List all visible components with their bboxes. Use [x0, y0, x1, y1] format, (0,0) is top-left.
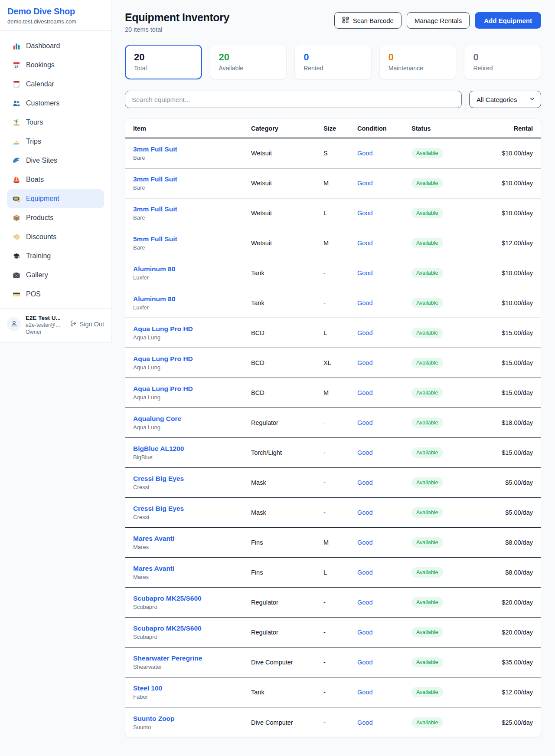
item-name-link[interactable]: 3mm Full Suit	[133, 145, 177, 153]
sidebar-item-label: Training	[26, 252, 51, 260]
item-name-link[interactable]: Aluminum 80	[133, 265, 175, 273]
item-condition-link[interactable]: Good	[357, 539, 411, 546]
item-name-link[interactable]: Aqua Lung Pro HD	[133, 385, 193, 393]
item-name-link[interactable]: 3mm Full Suit	[133, 175, 177, 183]
item-brand: Bare	[133, 184, 251, 191]
item-name-link[interactable]: Mares Avanti	[133, 565, 174, 572]
item-name-link[interactable]: Aqua Lung Pro HD	[133, 355, 193, 363]
search-input[interactable]	[125, 91, 462, 108]
status-cell: Available	[411, 447, 488, 458]
sidebar-item-bookings[interactable]: 17 Bookings	[7, 56, 104, 75]
sidebar-item-tours[interactable]: Tours	[7, 113, 104, 132]
sidebar-item-pos[interactable]: POS	[7, 285, 104, 304]
item-name-link[interactable]: BigBlue AL1200	[133, 445, 184, 453]
sidebar-item-dashboard[interactable]: Dashboard	[7, 36, 104, 56]
column-header-size: Size	[323, 125, 357, 132]
item-cell: Mares Avanti Mares	[133, 565, 251, 580]
sidebar-item-products[interactable]: Products	[7, 208, 104, 227]
item-rental: $8.00/day	[488, 569, 533, 576]
item-condition-link[interactable]: Good	[357, 240, 411, 247]
item-name-link[interactable]: Steel 100	[133, 684, 162, 692]
sidebar-item-boats[interactable]: Boats	[7, 170, 104, 189]
manage-rentals-button[interactable]: Manage Rentals	[407, 12, 470, 29]
item-name-link[interactable]: Suunto Zoop	[133, 715, 175, 723]
manage-rentals-label: Manage Rentals	[415, 17, 462, 24]
table-row: Aqua Lung Pro HD Aqua Lung BCD XL Good A…	[125, 348, 541, 378]
item-cell: Scubapro MK25/S600 Scubapro	[133, 595, 251, 610]
stat-card-rented[interactable]: 0 Rented	[294, 45, 372, 79]
item-condition-link[interactable]: Good	[357, 449, 411, 456]
item-name-link[interactable]: Cressi Big Eyes	[133, 475, 184, 483]
item-condition-link[interactable]: Good	[357, 210, 411, 217]
status-badge: Available	[411, 178, 443, 188]
item-name-link[interactable]: Mares Avanti	[133, 535, 174, 542]
stat-card-available[interactable]: 20 Available	[210, 45, 287, 79]
item-condition-link[interactable]: Good	[357, 569, 411, 576]
barcode-scan-icon	[342, 16, 349, 25]
item-name-link[interactable]: Aqualung Core	[133, 415, 181, 423]
logout-icon	[70, 320, 77, 328]
item-condition-link[interactable]: Good	[357, 270, 411, 276]
sign-out-button[interactable]: Sign Out	[70, 320, 104, 328]
item-condition-link[interactable]: Good	[357, 299, 411, 306]
sidebar-item-gallery[interactable]: Gallery	[7, 266, 104, 285]
item-condition-link[interactable]: Good	[357, 599, 411, 606]
item-name-link[interactable]: 3mm Full Suit	[133, 205, 177, 213]
item-name-link[interactable]: Scubapro MK25/S600	[133, 625, 202, 632]
item-size: -	[323, 479, 357, 486]
table-row: Aqua Lung Pro HD Aqua Lung BCD L Good Av…	[125, 318, 541, 348]
sidebar-item-customers[interactable]: Customers	[7, 94, 104, 113]
stat-cards: 20 Total 20 Available 0 Rented 0 Mainten…	[125, 45, 541, 79]
brand-block: Demo Dive Shop demo.test.divestreams.com	[0, 0, 111, 31]
category-select[interactable]: All Categories	[469, 91, 541, 108]
item-condition-link[interactable]: Good	[357, 389, 411, 396]
table-row: Aluminum 80 Luxfer Tank - Good Available…	[125, 288, 541, 318]
item-brand: Aqua Lung	[133, 424, 251, 431]
item-size: S	[323, 150, 357, 157]
item-condition-link[interactable]: Good	[357, 719, 411, 726]
stat-label: Total	[134, 65, 193, 72]
add-equipment-button[interactable]: Add Equipment	[475, 12, 541, 29]
item-condition-link[interactable]: Good	[357, 329, 411, 336]
item-condition-link[interactable]: Good	[357, 150, 411, 157]
table-row: Cressi Big Eyes Cressi Mask - Good Avail…	[125, 498, 541, 528]
item-rental: $25.00/day	[488, 719, 533, 726]
stat-card-maintenance[interactable]: 0 Maintenance	[379, 45, 457, 79]
item-rental: $20.00/day	[488, 599, 533, 606]
item-name-link[interactable]: Cressi Big Eyes	[133, 505, 184, 513]
status-badge: Available	[411, 208, 443, 218]
sidebar-item-calendar[interactable]: Calendar	[7, 75, 104, 94]
item-condition-link[interactable]: Good	[357, 689, 411, 696]
status-cell: Available	[411, 537, 488, 548]
item-condition-link[interactable]: Good	[357, 359, 411, 366]
sidebar-item-discounts[interactable]: Discounts	[7, 227, 104, 247]
item-rental: $15.00/day	[488, 329, 533, 336]
item-condition-link[interactable]: Good	[357, 659, 411, 666]
sidebar-item-label: POS	[26, 290, 41, 298]
stat-card-retired[interactable]: 0 Retired	[464, 45, 541, 79]
sidebar-item-dive-sites[interactable]: Dive Sites	[7, 151, 104, 170]
item-condition-link[interactable]: Good	[357, 419, 411, 426]
item-condition-link[interactable]: Good	[357, 629, 411, 636]
sidebar-item-training[interactable]: Training	[7, 247, 104, 266]
item-rental: $18.00/day	[488, 419, 533, 426]
item-name-link[interactable]: Aluminum 80	[133, 295, 175, 303]
item-name-link[interactable]: 5mm Full Suit	[133, 235, 177, 243]
scan-barcode-button[interactable]: Scan Barcode	[334, 12, 402, 29]
table-row: Shearwater Peregrine Shearwater Dive Com…	[125, 648, 541, 677]
status-cell: Available	[411, 627, 488, 638]
sidebar-item-trips[interactable]: Trips	[7, 132, 104, 151]
item-condition-link[interactable]: Good	[357, 509, 411, 516]
brand-title: Demo Dive Shop	[7, 7, 104, 16]
sidebar-item-label: Discounts	[26, 233, 56, 241]
app-root: Demo Dive Shop demo.test.divestreams.com…	[0, 0, 555, 756]
item-condition-link[interactable]: Good	[357, 180, 411, 187]
item-name-link[interactable]: Aqua Lung Pro HD	[133, 325, 193, 333]
item-size: -	[323, 599, 357, 606]
item-condition-link[interactable]: Good	[357, 479, 411, 486]
item-size: L	[323, 210, 357, 217]
item-name-link[interactable]: Shearwater Peregrine	[133, 654, 202, 662]
item-name-link[interactable]: Scubapro MK25/S600	[133, 595, 202, 602]
stat-card-total[interactable]: 20 Total	[125, 45, 202, 79]
sidebar-item-equipment[interactable]: Equipment	[7, 189, 104, 208]
